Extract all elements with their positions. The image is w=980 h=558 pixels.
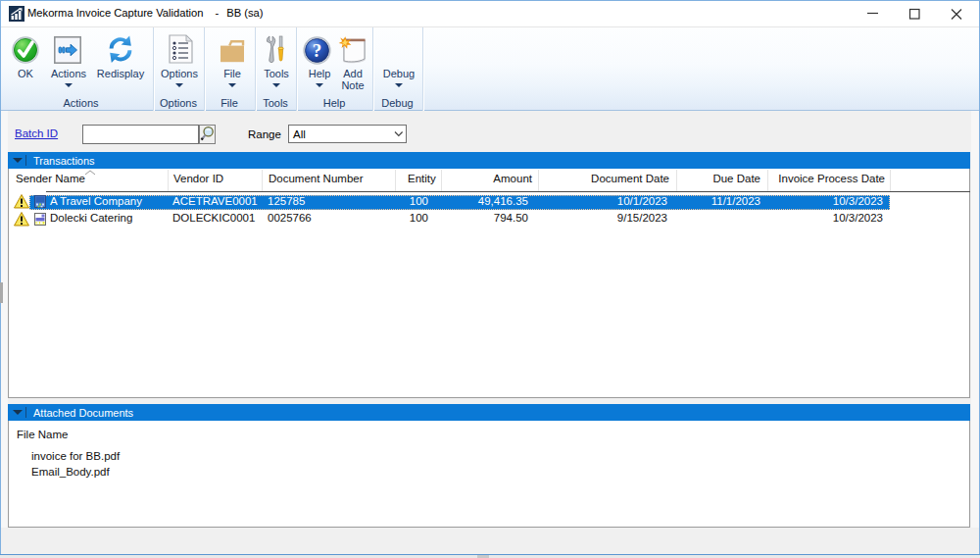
svg-text:?: ?: [313, 40, 322, 61]
